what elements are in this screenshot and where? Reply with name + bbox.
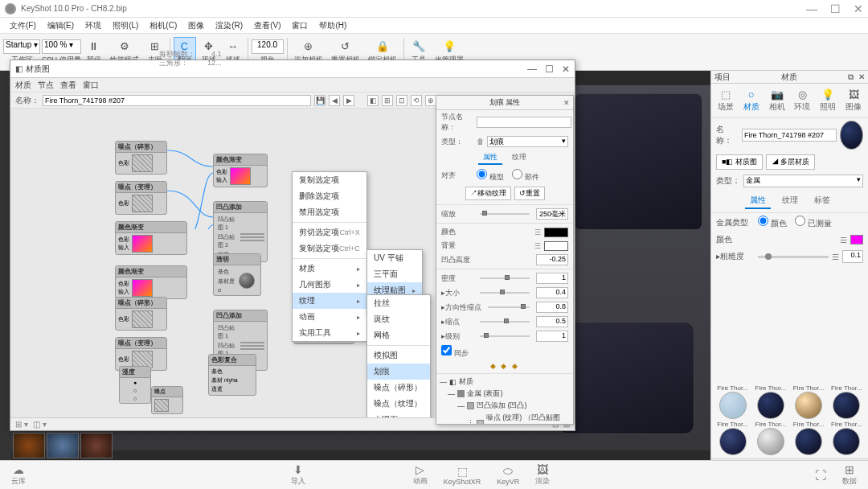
mg-menu-node[interactable]: 节点 (38, 80, 54, 91)
node-noise-2[interactable]: 噪点（变理）色彩 (115, 181, 167, 215)
pp-pt-val[interactable]: 0.5 (536, 316, 568, 327)
pp-density-slider[interactable] (480, 277, 530, 279)
rp-close-icon[interactable]: ✕ (858, 72, 865, 81)
ctx-geometry[interactable]: 几何图形▸ (293, 277, 366, 293)
rp-mat-item[interactable]: Fire Thor... (829, 421, 865, 455)
rp-color-tex-icon[interactable]: ☰ (840, 236, 847, 244)
rp-tab-prop[interactable]: 属性 (745, 193, 771, 209)
rp-radio-measured[interactable]: 已测量 (795, 216, 832, 229)
mg-name-input[interactable] (43, 95, 311, 106)
mg-menu-material[interactable]: 材质 (15, 80, 31, 91)
mg-menu-window[interactable]: 窗口 (83, 80, 99, 91)
ctx-texture[interactable]: 纹理▸ (293, 293, 366, 309)
pp-dir-slider[interactable] (488, 306, 530, 308)
rp-mat-item[interactable]: Fire Thor... (752, 421, 788, 455)
rp-multi-button[interactable]: ◢ 多层材质 (766, 154, 816, 170)
menu-env[interactable]: 环境 (80, 18, 106, 33)
ctx-copy[interactable]: 复制选定项Ctrl+C (293, 240, 366, 257)
pp-del-icon[interactable]: 🗑 (477, 138, 484, 146)
rp-name-input[interactable] (742, 129, 837, 142)
rp-mat-item[interactable]: Fire Thor... (791, 384, 827, 419)
pp-color-link-icon[interactable]: ☰ (534, 228, 541, 236)
rp-cat-light[interactable]: 💡照明 (817, 87, 838, 114)
ctx-anim[interactable]: 动画▸ (293, 309, 366, 325)
rp-cat-env[interactable]: ◎环境 (792, 87, 813, 114)
pp-scale-val[interactable]: 250毫米 (536, 208, 568, 220)
thumb-item[interactable] (80, 433, 113, 458)
ctx-cut[interactable]: 剪切选定项Ctrl+X (293, 224, 366, 240)
ctx2-tri[interactable]: 三平面 (367, 266, 422, 282)
pp-size-val[interactable]: 0.4 (536, 287, 568, 298)
menu-help[interactable]: 帮助(H) (314, 18, 351, 33)
maximize-button[interactable]: ☐ (830, 2, 841, 15)
bb-vr[interactable]: ⬭KeyVR (490, 462, 526, 487)
ctx3-i0[interactable]: 拉丝 (367, 295, 430, 311)
bb-data[interactable]: ⊞数据 (836, 462, 863, 488)
rp-radio-color[interactable]: 颜色 (758, 216, 787, 229)
ctx3-i4[interactable]: 模拟图 (367, 347, 430, 364)
pp-color-swatch[interactable] (544, 228, 568, 237)
pp-lvl-slider[interactable] (480, 335, 530, 337)
rp-cat-image[interactable]: 🖼图像 (843, 87, 864, 114)
mg-min-button[interactable]: — (527, 64, 537, 75)
rp-mat-item[interactable]: Fire Thor... (752, 384, 788, 419)
ctx3-i8[interactable]: 大理石 (367, 412, 430, 417)
menu-render[interactable]: 渲染(R) (211, 18, 248, 33)
rp-mat-item[interactable]: Fire Thor... (714, 421, 751, 455)
pp-bump-val[interactable]: -0.25 (536, 254, 568, 265)
pp-move-tex-button[interactable]: ↗移动纹理 (465, 187, 511, 200)
node-noise-1[interactable]: 噪点（碎形）色彩 (115, 141, 167, 175)
bb-cloud[interactable]: ☁云库 (5, 462, 32, 488)
pp-lvl-val[interactable]: 1 (536, 331, 568, 342)
menu-camera[interactable]: 相机(C) (145, 18, 182, 33)
zoom-combo[interactable]: 100 % ▾ (42, 39, 81, 54)
mg-next-icon[interactable]: ▶ (343, 95, 354, 106)
pp-pt-slider[interactable] (480, 321, 530, 323)
rp-type-select[interactable]: 金属▾ (743, 175, 863, 187)
rp-rough-slider[interactable] (758, 256, 829, 258)
pp-density-val[interactable]: 1 (536, 273, 568, 284)
pp-size-slider[interactable] (480, 292, 530, 294)
minimize-button[interactable]: — (806, 2, 817, 15)
rp-mat-item[interactable]: Fire Thor... (791, 421, 827, 455)
bb-anim[interactable]: ▷动画 (407, 462, 434, 488)
pp-scale-slider[interactable] (480, 213, 530, 215)
pp-sync-check[interactable]: 同步 (441, 345, 473, 359)
ctx2-uv[interactable]: UV 平铺 (367, 250, 422, 266)
ctx3-i1[interactable]: 斑纹 (367, 311, 430, 327)
bb-xr[interactable]: ⬚KeyShotXR (437, 463, 488, 487)
workspace-combo[interactable]: Startup ▾ (3, 39, 40, 54)
mg-prev-icon[interactable]: ◀ (329, 95, 340, 106)
rp-cat-material[interactable]: ○材质 (741, 87, 762, 114)
thumb-item[interactable] (13, 433, 45, 458)
menu-file[interactable]: 文件(F) (5, 18, 41, 33)
rp-tab-tex[interactable]: 纹理 (777, 193, 803, 209)
pp-close-button[interactable]: ✕ (563, 99, 570, 107)
close-button[interactable]: ✕ (854, 2, 863, 15)
ctx-material[interactable]: 材质▸ (293, 261, 366, 277)
menu-window[interactable]: 窗口 (287, 18, 313, 33)
rp-cat-scene[interactable]: ⬚场景 (715, 87, 736, 114)
bb-fullscreen[interactable]: ⛶ (809, 467, 833, 483)
pp-material-tree[interactable]: —◧材质 —金属 (表面) —凹凸添加 (凹凸) ⋮噪点 (纹理) （凹凸贴图 … (436, 373, 573, 424)
mg-tb4-icon[interactable]: ⟲ (411, 95, 422, 106)
node-alpha[interactable]: 漫度●○○ (119, 366, 151, 404)
rp-color-swatch[interactable] (850, 235, 863, 244)
pp-type-select[interactable]: 划痕 ▾ (487, 136, 568, 147)
bb-import[interactable]: ⬇导入 (285, 462, 312, 488)
mg-tb5-icon[interactable]: ⊕ (425, 95, 436, 106)
pp-tab-tex[interactable]: 纹理 (507, 151, 531, 165)
ctx-util[interactable]: 实用工具▸ (293, 325, 366, 341)
rp-mat-item[interactable]: Fire Thor... (714, 384, 751, 419)
mg-status-grid-icon[interactable]: ⊞ ▾ (15, 420, 28, 429)
mg-tb1-icon[interactable]: ◧ (367, 95, 379, 106)
mg-max-button[interactable]: ☐ (545, 64, 554, 75)
menu-view[interactable]: 查看(V) (249, 18, 285, 33)
node-colormix[interactable]: 色彩复合基色基材 nlyha透遮 (208, 354, 256, 396)
pp-proj-model[interactable]: 模型 (477, 169, 509, 183)
pp-proj-part[interactable]: 部件 (512, 169, 544, 183)
rp-mat-item[interactable]: Fire Thor... (829, 384, 865, 419)
mg-status-shape-icon[interactable]: ◫ ▾ (33, 420, 47, 429)
ctx-delete[interactable]: 删除选定项 (293, 188, 366, 204)
bb-render[interactable]: 🖼渲染 (529, 462, 556, 488)
